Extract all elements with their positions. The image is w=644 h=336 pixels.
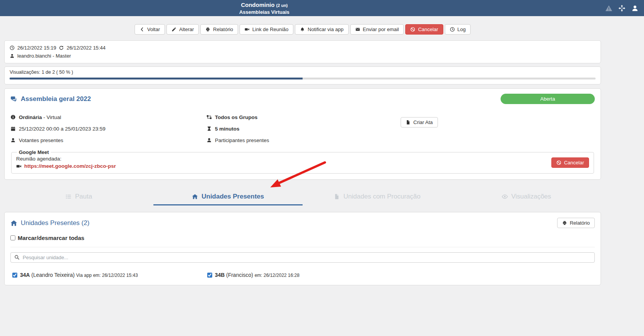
notificar-app-button[interactable]: Notificar via app: [295, 24, 348, 35]
unit-item-34b[interactable]: 34B (Francisco) em: 26/12/2022 16:28: [205, 272, 400, 278]
tab-unidades-presentes[interactable]: Unidades Presentes: [153, 190, 303, 205]
voters-row: Votantes presentes: [10, 136, 206, 144]
groups-row: Todos os Grupos: [206, 113, 401, 121]
details-left-column: Ordinária - Virtual 25/12/2022 00:00 a 2…: [10, 113, 206, 144]
units-header: Unidades Presentes (2) Relatório: [10, 218, 595, 228]
toggle-all-checkbox[interactable]: [10, 235, 15, 240]
file-icon: [334, 194, 340, 200]
warning-icon: [605, 5, 612, 12]
unit-34a-code: 34A: [20, 272, 30, 278]
views-card: Visualizações: 1 de 2 ( 50 % ): [4, 66, 601, 84]
audit-info-card: 26/12/2022 15:19 26/12/2022 15:44 leandr…: [4, 40, 601, 63]
app-header: Condominio (2 un) Assembleias Virtuais: [0, 0, 644, 16]
ban-icon: [410, 27, 415, 32]
condo-name: Condominio: [241, 2, 275, 8]
unit-34b-detail: em: 26/12/2022 16:28: [255, 273, 300, 278]
toggle-all-label: Marcar/desmarcar todas: [18, 235, 84, 241]
group-icon: [206, 114, 212, 120]
create-minutes-wrap: Criar Ata: [401, 117, 438, 144]
notificar-app-label: Notificar via app: [308, 26, 343, 32]
google-meet-body: Reunião agendada: https://meet.google.co…: [16, 155, 589, 170]
assembly-header: Assembleia geral 2022 Aberta: [10, 94, 595, 104]
created-at: 26/12/2022 15:19: [17, 45, 56, 51]
groups-label: Todos os Grupos: [215, 114, 258, 120]
log-label: Log: [458, 26, 466, 32]
cancelar-label: Cancelar: [418, 26, 438, 32]
alterar-label: Alterar: [179, 26, 194, 32]
updated-at: 26/12/2022 15:44: [67, 45, 105, 51]
units-report-button[interactable]: Relatório: [557, 218, 595, 228]
assembly-type-row: Ordinária - Virtual: [10, 113, 206, 121]
log-button[interactable]: Log: [445, 24, 471, 35]
chevron-left-icon: [140, 27, 145, 32]
details-right-column: Todos os Grupos 5 minutos Participantes …: [206, 113, 401, 144]
assembly-type: Ordinária - Virtual: [19, 114, 61, 120]
units-report-label: Relatório: [570, 220, 590, 226]
units-title: Unidades Presentes (2): [21, 219, 90, 227]
units-present-card: Unidades Presentes (2) Relatório Marcar/…: [4, 212, 601, 285]
google-meet-fieldset: Google Meet Reunião agendada: https://me…: [11, 149, 594, 174]
clock-icon: [450, 27, 455, 32]
cancelar-button[interactable]: Cancelar: [405, 24, 443, 35]
sync-icon: [59, 45, 64, 50]
unit-34a-name: (Leandro Teixeira): [32, 272, 75, 278]
ban-icon: [556, 160, 561, 165]
unit-34a-checkbox[interactable]: [12, 273, 17, 278]
toggle-all-row[interactable]: Marcar/desmarcar todas: [10, 235, 595, 241]
assembly-details: Ordinária - Virtual 25/12/2022 00:00 a 2…: [10, 113, 595, 144]
tab-unidades-presentes-label: Unidades Presentes: [201, 193, 264, 200]
tab-unidades-procuracao[interactable]: Unidades com Procuração: [303, 190, 452, 205]
search-icon: [14, 255, 20, 260]
info-icon: [10, 114, 16, 120]
file-icon: [406, 120, 411, 125]
meet-link[interactable]: https://meet.google.com/zcj-zbco-psr: [24, 162, 116, 170]
meet-link-row: https://meet.google.com/zcj-zbco-psr: [16, 162, 116, 170]
eye-icon: [502, 194, 508, 200]
assembly-title: Assembleia geral 2022: [21, 95, 91, 103]
unit-34b-checkbox[interactable]: [207, 273, 212, 278]
author-row: leandro.bianchi - Master: [10, 52, 596, 60]
unit-search-wrap: [10, 252, 595, 263]
link-reuniao-button[interactable]: Link de Reunião: [240, 24, 293, 35]
views-progress-bar: [10, 78, 596, 79]
timestamps-row: 26/12/2022 15:19 26/12/2022 15:44: [10, 44, 596, 52]
duration-label: 5 minutos: [215, 126, 240, 132]
meet-cancel-button[interactable]: Cancelar: [551, 157, 589, 168]
pencil-icon: [171, 27, 176, 32]
fullscreen-icon[interactable]: [618, 5, 626, 12]
relatorio-button[interactable]: Relatório: [200, 24, 238, 35]
criar-ata-button[interactable]: Criar Ata: [401, 117, 438, 127]
units-list: 34A (Leandro Teixeira) Via app em: 26/12…: [10, 272, 595, 278]
user-icon[interactable]: [631, 5, 639, 12]
header-actions: [605, 0, 639, 16]
assembly-card: Assembleia geral 2022 Aberta Ordinária -…: [4, 88, 601, 180]
bell-icon: [300, 27, 305, 32]
unit-item-34a[interactable]: 34A (Leandro Teixeira) Via app em: 26/12…: [10, 272, 205, 278]
comments-icon: [10, 96, 17, 103]
voltar-button[interactable]: Voltar: [135, 24, 165, 35]
unit-search-input[interactable]: [10, 252, 595, 263]
home-icon: [10, 220, 17, 227]
tab-pauta[interactable]: Pauta: [4, 190, 153, 205]
voters-label: Votantes presentes: [19, 137, 63, 143]
enviar-email-label: Enviar por email: [363, 26, 399, 32]
list-icon: [65, 194, 72, 200]
video-icon: [16, 164, 22, 169]
meet-cancel-label: Cancelar: [564, 160, 584, 166]
person-icon: [10, 53, 15, 58]
hourglass-icon: [206, 126, 212, 131]
person-icon: [206, 137, 212, 143]
participants-row: Participantes presentes: [206, 136, 401, 144]
app-title: Condominio (2 un): [0, 2, 529, 9]
calendar-icon: [10, 126, 16, 131]
enviar-email-button[interactable]: Enviar por email: [350, 24, 404, 35]
condo-units-count: (2 un): [276, 3, 288, 8]
views-label: Visualizações: 1 de 2 ( 50 % ): [10, 70, 596, 75]
alterar-button[interactable]: Alterar: [166, 24, 199, 35]
tab-visualizacoes[interactable]: Visualizações: [452, 190, 601, 205]
unit-34b-text: 34B (Francisco) em: 26/12/2022 16:28: [215, 272, 300, 278]
app-title-block: Condominio (2 un) Assembleias Virtuais: [0, 2, 529, 15]
units-grid-spacer: [400, 272, 595, 278]
duration-row: 5 minutos: [206, 125, 401, 132]
google-meet-legend: Google Meet: [17, 149, 51, 155]
